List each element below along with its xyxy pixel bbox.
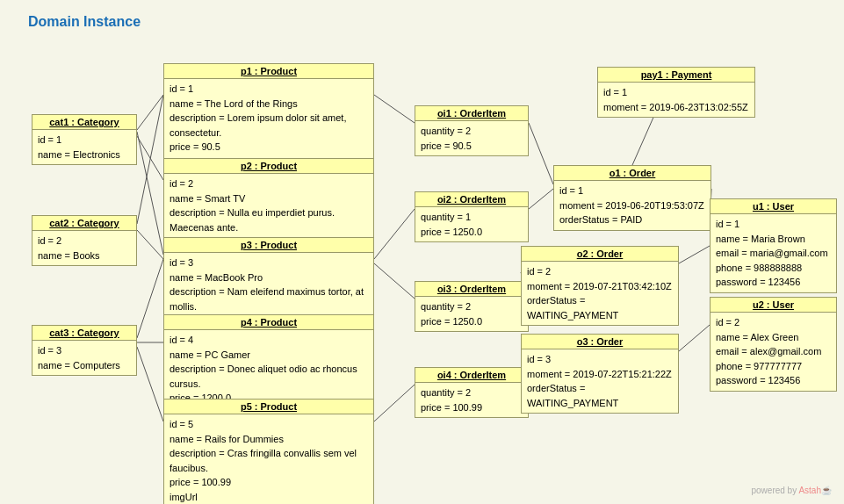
box-cat1: cat1 : Categoryid = 1 name = Electronics <box>32 114 137 165</box>
svg-line-13 <box>529 189 553 209</box>
svg-line-5 <box>137 259 163 338</box>
box-header-cat2: cat2 : Category <box>32 216 136 231</box>
box-header-cat3: cat3 : Category <box>32 326 136 341</box>
box-body-oi3: quantity = 2 price = 1250.0 <box>415 297 528 331</box>
svg-line-9 <box>374 209 415 259</box>
box-o3: o3 : Orderid = 3 moment = 2019-07-22T15:… <box>521 334 679 414</box>
svg-line-3 <box>137 95 163 224</box>
svg-line-2 <box>137 230 163 259</box>
box-header-p1: p1 : Product <box>164 64 373 79</box>
svg-line-6 <box>137 347 163 421</box>
box-body-cat1: id = 1 name = Electronics <box>32 130 136 164</box>
box-cat3: cat3 : Categoryid = 3 name = Computers <box>32 325 137 376</box>
box-header-pay1: pay1 : Payment <box>598 68 754 83</box>
box-cat2: cat2 : Categoryid = 2 name = Books <box>32 215 137 266</box>
box-header-p5: p5 : Product <box>164 400 373 414</box>
box-body-cat3: id = 3 name = Computers <box>32 341 136 375</box>
box-p5: p5 : Productid = 5 name = Rails for Dumm… <box>163 399 374 504</box>
box-header-o1: o1 : Order <box>554 166 711 181</box>
watermark: powered by Astah☕ <box>751 486 832 495</box>
box-body-u2: id = 2 name = Alex Green email = alex@gm… <box>711 313 836 391</box>
box-header-p3: p3 : Product <box>164 238 373 253</box>
box-header-cat1: cat1 : Category <box>32 115 136 130</box>
svg-line-12 <box>529 123 553 184</box>
box-body-oi2: quantity = 1 price = 1250.0 <box>415 207 528 241</box>
box-body-p5: id = 5 name = Rails for Dummies descript… <box>164 414 373 504</box>
box-body-oi1: quantity = 2 price = 90.5 <box>415 121 528 155</box>
svg-line-10 <box>374 263 415 299</box>
svg-line-8 <box>374 95 415 123</box>
box-header-p4: p4 : Product <box>164 315 373 330</box>
svg-line-18 <box>679 246 710 263</box>
box-header-oi2: oi2 : OrderItem <box>415 192 528 207</box>
box-body-oi4: quantity = 2 price = 100.99 <box>415 383 528 417</box>
box-header-oi4: oi4 : OrderItem <box>415 368 528 383</box>
box-oi2: oi2 : OrderItemquantity = 1 price = 1250… <box>415 191 529 242</box>
box-header-o3: o3 : Order <box>522 335 678 349</box>
box-body-u1: id = 1 name = Maria Brown email = maria@… <box>711 214 836 292</box>
box-body-o2: id = 2 moment = 2019-07-21T03:42:10Z ord… <box>522 262 678 325</box>
box-oi1: oi1 : OrderItemquantity = 2 price = 90.5 <box>415 105 529 156</box>
box-p1: p1 : Productid = 1 name = The Lord of th… <box>163 63 374 172</box>
box-header-oi1: oi1 : OrderItem <box>415 106 528 121</box>
box-body-o3: id = 3 moment = 2019-07-22T15:21:22Z ord… <box>522 349 678 413</box>
svg-line-7 <box>137 132 163 255</box>
box-o1: o1 : Orderid = 1 moment = 2019-06-20T19:… <box>553 165 711 231</box>
svg-line-0 <box>137 95 163 130</box>
box-header-p2: p2 : Product <box>164 159 373 174</box>
box-header-oi3: oi3 : OrderItem <box>415 282 528 297</box>
astah-brand: Astah <box>798 486 821 495</box>
svg-line-1 <box>137 136 163 180</box>
box-oi3: oi3 : OrderItemquantity = 2 price = 1250… <box>415 281 529 332</box>
box-u2: u2 : Userid = 2 name = Alex Green email … <box>710 297 837 392</box>
box-oi4: oi4 : OrderItemquantity = 2 price = 100.… <box>415 367 529 418</box>
svg-line-19 <box>679 325 710 351</box>
box-header-u1: u1 : User <box>711 199 836 214</box>
svg-line-11 <box>374 385 415 421</box>
box-body-o1: id = 1 moment = 2019-06-20T19:53:07Z ord… <box>554 181 711 230</box>
box-o2: o2 : Orderid = 2 moment = 2019-07-21T03:… <box>521 246 679 326</box>
page-title: Domain Instance <box>28 14 141 30</box>
box-pay1: pay1 : Paymentid = 1 moment = 2019-06-23… <box>597 67 755 118</box>
box-header-u2: u2 : User <box>711 298 836 313</box>
box-body-cat2: id = 2 name = Books <box>32 231 136 265</box>
box-header-o2: o2 : Order <box>522 247 678 262</box>
box-u1: u1 : Userid = 1 name = Maria Brown email… <box>710 198 837 293</box>
box-body-pay1: id = 1 moment = 2019-06-23T13:02:55Z <box>598 83 754 117</box>
